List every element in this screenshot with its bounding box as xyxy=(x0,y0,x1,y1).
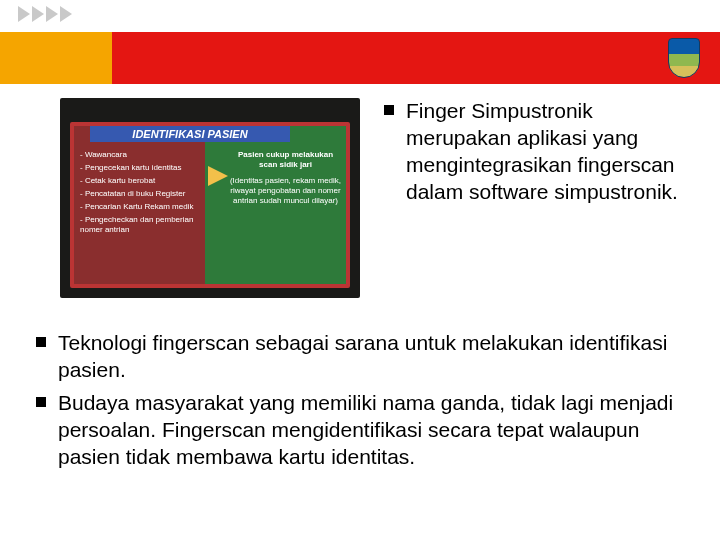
right-header: Pasien cukup melakukan scan sidik jari xyxy=(228,150,343,170)
list-item: - Wawancara xyxy=(80,150,210,160)
header-bar xyxy=(0,32,720,84)
crest-icon xyxy=(668,38,700,78)
triangle-icon xyxy=(46,6,58,22)
arrow-right-icon xyxy=(208,166,228,186)
list-item: - Cetak kartu berobat xyxy=(80,176,210,186)
content-row: IDENTIFIKASI PASIEN - Wawancara - Pengec… xyxy=(60,98,680,298)
list-item: - Pengecekan kartu identitas xyxy=(80,163,210,173)
bullet-list: Finger Simpustronik merupakan aplikasi y… xyxy=(384,98,680,206)
embedded-slide-left-col: - Wawancara - Pengecekan kartu identitas… xyxy=(80,150,210,238)
triangle-icon xyxy=(32,6,44,22)
top-bullet-block: Finger Simpustronik merupakan aplikasi y… xyxy=(384,98,680,298)
triangle-icon xyxy=(18,6,30,22)
header-accent-yellow xyxy=(0,32,112,84)
bottom-bullet-block: Teknologi fingerscan sebagai sarana untu… xyxy=(36,330,686,476)
list-item: - Pencarian Kartu Rekam medik xyxy=(80,202,210,212)
bullet-item: Budaya masyarakat yang memiliki nama gan… xyxy=(36,390,686,471)
bullet-item: Finger Simpustronik merupakan aplikasi y… xyxy=(384,98,680,206)
decor-triangles xyxy=(18,6,72,22)
embedded-slide-right-col: Pasien cukup melakukan scan sidik jari (… xyxy=(228,150,343,206)
header-accent-red xyxy=(112,32,720,84)
embedded-slide-photo: IDENTIFIKASI PASIEN - Wawancara - Pengec… xyxy=(60,98,360,298)
bullet-list: Teknologi fingerscan sebagai sarana untu… xyxy=(36,330,686,470)
list-item: - Pengecheckan dan pemberian nomer antri… xyxy=(80,215,210,235)
triangle-icon xyxy=(60,6,72,22)
embedded-slide-title: IDENTIFIKASI PASIEN xyxy=(90,126,290,142)
right-note: (Identitas pasien, rekam medik, riwayat … xyxy=(228,176,343,206)
bullet-item: Teknologi fingerscan sebagai sarana untu… xyxy=(36,330,686,384)
list-item: - Pencatatan di buku Register xyxy=(80,189,210,199)
